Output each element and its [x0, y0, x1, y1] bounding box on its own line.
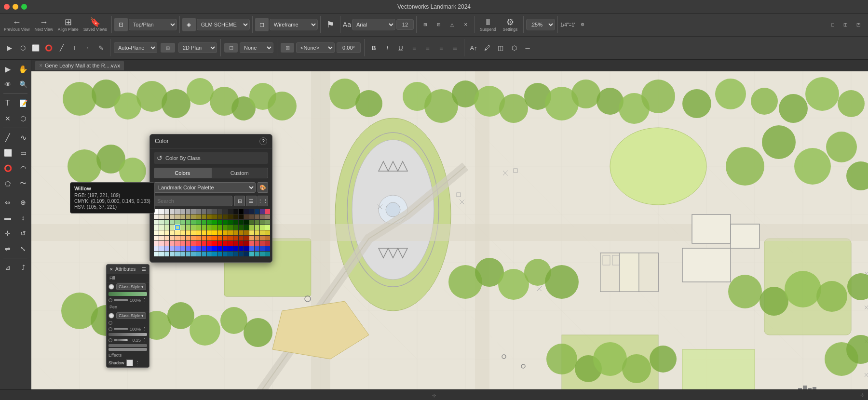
- color-cell[interactable]: [207, 230, 212, 235]
- color-cell[interactable]: [207, 214, 212, 219]
- color-cell[interactable]: [217, 241, 222, 246]
- color-cell[interactable]: [255, 214, 259, 219]
- color-cell[interactable]: [180, 225, 185, 230]
- shadow-swatch[interactable]: [126, 360, 133, 366]
- color-cell[interactable]: [244, 252, 249, 256]
- fill-color-swatch[interactable]: [108, 284, 114, 290]
- color-cell[interactable]: [249, 214, 254, 219]
- settings-button[interactable]: ⚙ Settings: [500, 14, 521, 35]
- color-cell[interactable]: [191, 230, 196, 235]
- more-view-btn[interactable]: ⋮⋮: [258, 196, 268, 206]
- pen-more-btn[interactable]: ⋮: [142, 326, 147, 332]
- color-cell[interactable]: [207, 252, 212, 256]
- color-cell[interactable]: [191, 252, 196, 256]
- color-cell[interactable]: [239, 236, 244, 240]
- color-cell[interactable]: [249, 236, 254, 240]
- scale-select[interactable]: .25%: [526, 19, 555, 30]
- color-cell[interactable]: [212, 252, 217, 256]
- color-cell[interactable]: [202, 246, 206, 251]
- color-cell[interactable]: [170, 220, 175, 225]
- text-tool[interactable]: T: [69, 42, 81, 53]
- color-cell[interactable]: [180, 252, 185, 256]
- poly-tool[interactable]: ⬡: [17, 42, 28, 53]
- color-cell[interactable]: [164, 209, 169, 214]
- line-tool[interactable]: ╱: [56, 42, 68, 53]
- color-cell[interactable]: [170, 230, 175, 235]
- color-cell[interactable]: [186, 252, 190, 256]
- fill-btn[interactable]: ◫: [495, 42, 506, 53]
- color-cell[interactable]: [196, 220, 201, 225]
- color-cell[interactable]: [265, 252, 270, 256]
- color-cell[interactable]: [228, 214, 233, 219]
- maximize-button[interactable]: [21, 4, 27, 10]
- color-cell[interactable]: [180, 241, 185, 246]
- color-cell[interactable]: [154, 252, 159, 256]
- color-cell[interactable]: [175, 252, 180, 256]
- color-cell[interactable]: [159, 220, 164, 225]
- opacity-slider[interactable]: [114, 339, 128, 341]
- align-left-btn[interactable]: ≡: [408, 42, 420, 53]
- color-cell[interactable]: [202, 209, 206, 214]
- smart-cursor-tool[interactable]: ⊕: [16, 195, 30, 210]
- color-cell[interactable]: [170, 236, 175, 240]
- color-cell[interactable]: [244, 209, 249, 214]
- color-cell[interactable]: [233, 236, 238, 240]
- poly-tool-left[interactable]: ⬠: [0, 176, 15, 191]
- tab-close-icon[interactable]: ✕: [39, 63, 43, 68]
- close-x-btn[interactable]: ✕: [460, 18, 472, 31]
- color-cell[interactable]: [202, 252, 206, 256]
- color-cell[interactable]: [217, 214, 222, 219]
- attr-tool[interactable]: ✎: [95, 42, 107, 53]
- color-cell[interactable]: [244, 220, 249, 225]
- color-cell[interactable]: [217, 246, 222, 251]
- color-cell[interactable]: [244, 241, 249, 246]
- color-cell[interactable]: [175, 230, 180, 235]
- fill-class-badge[interactable]: Class Style ▾: [116, 283, 146, 290]
- color-cell[interactable]: [260, 252, 265, 256]
- callout-tool[interactable]: ⬝: [82, 42, 94, 53]
- color-cell[interactable]: [196, 214, 201, 219]
- color-picker-btn[interactable]: ⬡: [508, 42, 520, 53]
- none-select[interactable]: None: [240, 42, 273, 53]
- color-cell[interactable]: [265, 225, 270, 230]
- color-cell[interactable]: [191, 246, 196, 251]
- color-cell[interactable]: [255, 236, 259, 240]
- color-cell[interactable]: [244, 225, 249, 230]
- color-cell[interactable]: [212, 236, 217, 240]
- close-tool[interactable]: ✕: [0, 111, 15, 126]
- color-cell[interactable]: [228, 209, 233, 214]
- color-cell[interactable]: [223, 252, 228, 256]
- color-cell[interactable]: [249, 230, 254, 235]
- color-cell[interactable]: [180, 230, 185, 235]
- select-tool[interactable]: ▶: [4, 42, 15, 53]
- rect-tool-left[interactable]: ⬜: [0, 146, 15, 160]
- color-cell[interactable]: [228, 225, 233, 230]
- line-style-btn[interactable]: ─: [522, 42, 533, 53]
- font-size-input[interactable]: [396, 19, 414, 30]
- color-cell[interactable]: [186, 220, 190, 225]
- color-cell[interactable]: [217, 209, 222, 214]
- color-cell[interactable]: [175, 214, 180, 219]
- shadow-more-btn[interactable]: ⋮: [135, 360, 140, 366]
- align-center-btn[interactable]: ≡: [422, 42, 434, 53]
- flip-tool[interactable]: ↕: [16, 211, 30, 225]
- text-tool-left[interactable]: T: [0, 96, 15, 110]
- color-cell[interactable]: [228, 241, 233, 246]
- color-cell[interactable]: [223, 214, 228, 219]
- pen-class-badge[interactable]: Class Style ▾: [116, 312, 146, 319]
- color-cell[interactable]: [223, 241, 228, 246]
- color-cell[interactable]: [180, 220, 185, 225]
- attr-menu-btn[interactable]: ☰: [142, 267, 146, 272]
- display-mode-select[interactable]: Wireframe: [270, 19, 318, 30]
- align-plane-button[interactable]: ⊞ Align Plane: [56, 14, 81, 35]
- stair-tool[interactable]: ⤴: [16, 260, 30, 275]
- color-cell[interactable]: [212, 225, 217, 230]
- color-cell[interactable]: [159, 214, 164, 219]
- map-canvas[interactable]: ✕ Attributes ☰ Fill Class Style ▾: [31, 71, 868, 389]
- palette-icon-btn[interactable]: 🎨: [258, 182, 268, 193]
- color-cell[interactable]: [191, 241, 196, 246]
- color-cell[interactable]: [265, 220, 270, 225]
- color-cell[interactable]: [159, 241, 164, 246]
- tab-colors[interactable]: Colors: [154, 168, 211, 178]
- color-cell[interactable]: [191, 220, 196, 225]
